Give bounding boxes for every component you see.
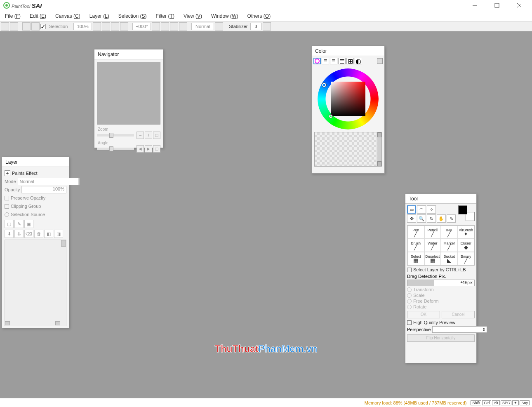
tool-rotate[interactable]: ↻	[427, 214, 436, 223]
toolbar-stabilizer-input[interactable]	[250, 23, 262, 30]
menu-view[interactable]: View (V)	[184, 13, 202, 19]
toolbar-stabilizer-dropdown[interactable]	[263, 22, 271, 31]
fg-bg-colors[interactable]	[458, 205, 475, 221]
color-tab-scratchpad[interactable]: ◐	[355, 58, 362, 64]
brush-pencil[interactable]: Pencil╱	[424, 226, 441, 239]
menu-edit[interactable]: Edit (E)	[30, 13, 46, 19]
color-tab-mixer[interactable]: ≣	[338, 58, 346, 64]
color-panel[interactable]: Color ≡ ≡ ≣ ⊞ ◐	[311, 46, 385, 174]
toolbar-zoom-in-button[interactable]	[102, 22, 110, 31]
menu-layer[interactable]: Layer (L)	[89, 13, 109, 19]
brush-brush[interactable]: Brush╱	[407, 239, 424, 252]
menu-file[interactable]: File (F)	[5, 13, 21, 19]
toolbar-zoom-out-button[interactable]	[93, 22, 101, 31]
ok-button[interactable]: OK	[407, 311, 440, 318]
menu-window[interactable]: Window (W)	[211, 13, 238, 19]
toolbar-redo-button[interactable]	[10, 22, 18, 31]
color-panel-menu[interactable]	[377, 58, 383, 64]
navigator-zoom-in-button[interactable]: +	[145, 132, 152, 139]
drag-detection-slider[interactable]: ±16pix	[407, 280, 475, 286]
brush-marker[interactable]: Marker╱	[441, 239, 458, 252]
brush-eraser[interactable]: Eraser◆	[458, 239, 475, 252]
navigator-angle-slider[interactable]	[97, 148, 134, 150]
navigator-rotate-cw-button[interactable]: ►	[145, 145, 152, 153]
tool-lasso[interactable]: ◠	[417, 205, 426, 214]
layer-new-linework-button[interactable]: ✎	[14, 220, 24, 228]
layer-opacity-value[interactable]: 100%	[21, 186, 66, 193]
layer-preserve-opacity-checkbox[interactable]	[5, 196, 9, 200]
layer-clear-button[interactable]: ⌫	[24, 230, 33, 238]
color-tab-rgb[interactable]: ≡	[322, 58, 329, 64]
transform-radio[interactable]	[407, 287, 412, 292]
color-tab-swatches[interactable]: ⊞	[346, 58, 354, 64]
color-swatches[interactable]	[314, 132, 382, 167]
toolbar-zoom-input[interactable]	[73, 23, 92, 30]
color-wheel[interactable]	[318, 68, 379, 129]
select-layer-checkbox[interactable]	[407, 268, 412, 272]
layer-mask-button[interactable]: ◧	[44, 230, 53, 238]
layer-panel[interactable]: Layer +Paints Effect Mode Opacity 100% P…	[2, 157, 69, 328]
brush-airbrush[interactable]: AirBrush✦	[458, 226, 475, 239]
brush-bucket[interactable]: Bucket◣	[441, 252, 458, 265]
toolbar-show-selection-checkbox[interactable]: ✓	[40, 24, 46, 29]
hue-cursor-icon[interactable]	[322, 83, 326, 87]
toolbar-zoom-fit-button[interactable]	[111, 22, 119, 31]
menu-others[interactable]: Others (O)	[247, 13, 271, 19]
menu-canvas[interactable]: Canvas (C)	[55, 13, 80, 19]
cancel-button[interactable]: Cancel	[442, 311, 475, 318]
layer-list-scrollbar-v[interactable]	[61, 240, 66, 247]
toolbar-blend-dropdown[interactable]	[215, 22, 223, 31]
tool-hand[interactable]: ✋	[437, 214, 446, 223]
swatches-scroll-up[interactable]	[377, 132, 381, 137]
scale-radio[interactable]	[407, 293, 412, 298]
brush-binary[interactable]: Binary╱	[458, 252, 475, 265]
fg-color-swatch[interactable]	[458, 205, 467, 214]
sv-box[interactable]	[331, 82, 365, 116]
sv-cursor-icon[interactable]	[329, 115, 332, 118]
menu-selection[interactable]: Selection (S)	[118, 13, 147, 19]
toolbar-rotate-ccw-button[interactable]	[152, 22, 160, 31]
free-deform-radio[interactable]	[407, 299, 412, 303]
menu-filter[interactable]: Filter (T)	[156, 13, 174, 19]
tool-magic-wand[interactable]: ✧	[427, 205, 436, 214]
window-maximize-button[interactable]	[491, 1, 503, 9]
brush-pen[interactable]: Pen╱	[407, 226, 424, 239]
swatches-scroll-down[interactable]	[377, 161, 381, 166]
tool-rect-select[interactable]: ▭	[407, 205, 416, 214]
tool-eyedropper[interactable]: ✎	[447, 214, 456, 223]
toolbar-blend-input[interactable]	[191, 23, 214, 30]
tool-zoom[interactable]: 🔍	[417, 214, 426, 223]
layer-list[interactable]	[5, 240, 66, 326]
layer-mode-input[interactable]	[18, 178, 79, 185]
brush-deselect[interactable]: Deselect▦	[424, 252, 441, 265]
scrollbar-left-button[interactable]	[5, 321, 10, 325]
navigator-rotate-reset-button[interactable]: □	[153, 145, 160, 153]
toolbar-deselect-button[interactable]	[22, 22, 31, 31]
tool-panel[interactable]: Tool ▭ ◠ ✧ ✥ 🔍 ↻ ✋ ✎	[405, 193, 477, 363]
layer-paints-effect-expand[interactable]: +	[5, 170, 10, 176]
navigator-zoom-out-button[interactable]: −	[137, 132, 144, 139]
navigator-rotate-ccw-button[interactable]: ◄	[137, 145, 144, 153]
toolbar-invert-button[interactable]	[31, 22, 40, 31]
rotate-radio[interactable]	[407, 305, 412, 309]
navigator-zoom-slider[interactable]	[97, 134, 134, 136]
perspective-input[interactable]	[432, 326, 487, 333]
brush-ink[interactable]: INK╱	[441, 226, 458, 239]
toolbar-rotate-cw-button[interactable]	[161, 22, 169, 31]
layer-clipping-group-checkbox[interactable]	[5, 204, 9, 209]
scrollbar-right-button[interactable]	[55, 321, 60, 325]
toolbar-angle-input[interactable]	[132, 23, 151, 30]
hq-preview-checkbox[interactable]	[407, 320, 412, 325]
brush-water[interactable]: Water╱	[424, 239, 441, 252]
toolbar-undo-button[interactable]	[1, 22, 9, 31]
layer-new-button[interactable]: ▢	[5, 220, 14, 228]
layer-merge-button[interactable]: ⇊	[14, 230, 24, 238]
layer-apply-mask-button[interactable]: ◨	[54, 230, 63, 238]
navigator-preview[interactable]	[97, 62, 160, 125]
window-close-button[interactable]	[513, 1, 525, 9]
navigator-panel[interactable]: Navigator Zoom − + □ Angle ◄ ► □	[94, 49, 163, 148]
toolbar-flip-button[interactable]	[179, 22, 187, 31]
toolbar-rotate-reset-button[interactable]	[170, 22, 178, 31]
color-tab-wheel[interactable]	[313, 58, 321, 64]
layer-delete-button[interactable]: 🗑	[34, 230, 43, 238]
